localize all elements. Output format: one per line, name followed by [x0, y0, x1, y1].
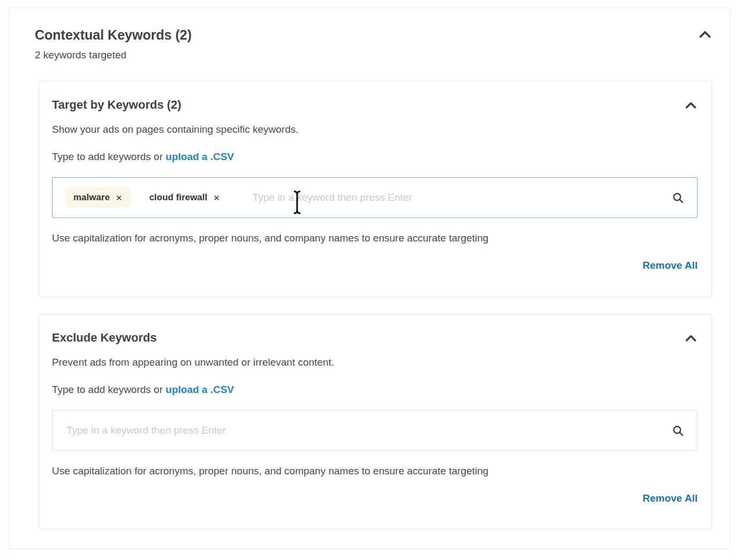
collapse-section-button[interactable] [698, 29, 712, 39]
exclude-card-title: Exclude Keywords [52, 330, 157, 345]
target-card-description: Show your ads on pages containing specif… [52, 123, 698, 136]
keyword-chip-label: malware [73, 192, 110, 203]
contextual-keywords-section: Contextual Keywords (2) 2 keywords targe… [9, 7, 730, 549]
add-keywords-row: Type to add keywords or upload a .CSV [52, 383, 698, 397]
remove-keyword-icon[interactable]: ✕ [116, 194, 123, 202]
keyword-text-input[interactable] [65, 424, 665, 437]
exclude-keywords-card: Exclude Keywords Prevent ads from appear… [39, 314, 712, 529]
upload-csv-link[interactable]: upload a .CSV [165, 384, 234, 395]
target-card-title: Target by Keywords (2) [52, 97, 181, 112]
exclude-card-header: Exclude Keywords [52, 330, 698, 345]
remove-keyword-icon[interactable]: ✕ [213, 194, 220, 202]
remove-all-link[interactable]: Remove All [642, 493, 698, 504]
remove-all-link[interactable]: Remove All [642, 260, 698, 271]
upload-csv-link[interactable]: upload a .CSV [165, 151, 234, 162]
keyword-chip-label: cloud firewall [149, 192, 208, 203]
keywords-targeted-count: 2 keywords targeted [35, 49, 192, 62]
collapse-exclude-card-button[interactable] [684, 334, 698, 343]
search-icon [672, 192, 684, 204]
add-prompt-text: Type to add keywords or [52, 151, 165, 162]
exclude-keywords-input[interactable] [52, 410, 698, 451]
page-title: Contextual Keywords (2) [35, 26, 192, 43]
collapse-target-card-button[interactable] [684, 101, 698, 110]
add-keywords-row: Type to add keywords or upload a .CSV [52, 150, 698, 164]
exclude-card-description: Prevent ads from appearing on unwanted o… [52, 356, 698, 369]
target-keywords-input[interactable]: malware ✕ cloud firewall ✕ [52, 177, 698, 218]
add-prompt-text: Type to add keywords or [52, 384, 165, 395]
keyword-chip-cloud-firewall: cloud firewall ✕ [141, 187, 228, 208]
chevron-up-icon [685, 335, 696, 343]
keyword-text-input[interactable] [252, 191, 665, 204]
target-card-header: Target by Keywords (2) [52, 97, 698, 112]
search-icon [672, 425, 684, 437]
chevron-up-icon [699, 32, 711, 40]
capitalization-hint: Use capitalization for acronyms, proper … [52, 232, 698, 245]
chevron-up-icon [685, 102, 696, 110]
section-header: Contextual Keywords (2) 2 keywords targe… [35, 26, 712, 62]
target-by-keywords-card: Target by Keywords (2) Show your ads on … [39, 81, 712, 297]
capitalization-hint: Use capitalization for acronyms, proper … [52, 465, 698, 478]
keyword-chip-malware: malware ✕ [65, 187, 131, 208]
